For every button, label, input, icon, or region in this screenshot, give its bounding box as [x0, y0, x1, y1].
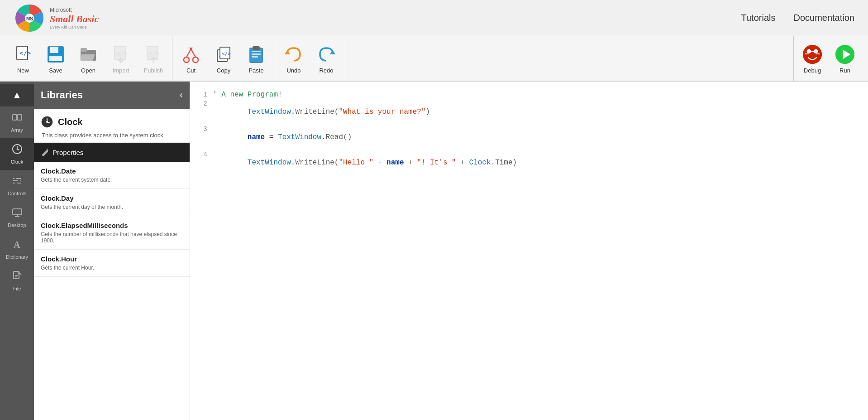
clock-hour-desc: Gets the current Hour.: [41, 265, 183, 271]
svg-marker-26: [285, 50, 290, 54]
clock-name: Clock: [58, 117, 82, 127]
cut-icon: [180, 43, 202, 65]
import-button[interactable]: </> Import: [105, 40, 137, 77]
brand-text: Microsoft Small Basic Every Kid Can Code: [50, 7, 99, 29]
code-content-2: TextWindow.WriteLine("What is your name?…: [213, 100, 430, 124]
cut-button[interactable]: Cut: [175, 40, 207, 77]
libraries-collapse-btn[interactable]: ‹: [180, 89, 183, 101]
svg-point-14: [193, 57, 198, 63]
toolbar-group-undoredo: Undo Redo: [275, 36, 345, 81]
svg-text:</>: </>: [222, 51, 231, 57]
property-item-day[interactable]: Clock.Day Gets the current day of the mo…: [34, 189, 190, 216]
clock-hour-name: Clock.Hour: [41, 255, 183, 263]
redo-button[interactable]: Redo: [310, 40, 343, 77]
open-icon: [77, 43, 99, 65]
line-num-3: 3: [195, 126, 207, 133]
property-item-hour[interactable]: Clock.Hour Gets the current Hour.: [34, 250, 190, 277]
sidebar-icons: ▲ Array Clock: [0, 82, 34, 420]
copy-button[interactable]: </> </> Copy: [207, 40, 240, 77]
save-icon: [45, 43, 67, 65]
svg-rect-46: [18, 180, 20, 182]
properties-header: Properties: [34, 143, 190, 162]
line-num-4: 4: [195, 151, 207, 159]
toolbar-group-clipboard: Cut </> </> Copy: [172, 36, 275, 81]
paste-icon: [245, 43, 267, 65]
debug-button[interactable]: Debug: [796, 40, 829, 77]
main-area: ▲ Array Clock: [0, 82, 868, 420]
publish-button[interactable]: </> Publish: [137, 40, 170, 77]
logo-area: MS Microsoft Small Basic Every Kid Can C…: [14, 2, 99, 34]
sidebar-array-label: Array: [11, 127, 23, 133]
chevron-up-icon: ▲: [12, 89, 22, 101]
redo-icon: [315, 43, 337, 65]
new-button[interactable]: </> New: [7, 40, 39, 77]
svg-rect-45: [14, 178, 16, 179]
line-num-1: 1: [195, 91, 207, 99]
sidebar-item-dictionary[interactable]: A Dictionary: [0, 233, 34, 265]
svg-rect-48: [13, 209, 22, 215]
toolbar-group-run: Debug Run: [793, 36, 863, 81]
toolbar: </> New Save Ope: [0, 36, 868, 82]
code-content-1: ' A new Program!: [213, 91, 282, 99]
tutorials-link[interactable]: Tutorials: [741, 13, 776, 23]
svg-rect-25: [252, 56, 258, 58]
wrench-icon: [41, 148, 49, 156]
debug-icon: [801, 43, 823, 65]
sidebar-item-file[interactable]: File: [0, 265, 34, 297]
sidebar-item-desktop[interactable]: Desktop: [0, 202, 34, 233]
top-nav: MS Microsoft Small Basic Every Kid Can C…: [0, 0, 868, 36]
property-item-date[interactable]: Clock.Date Gets the current system date.: [34, 162, 190, 189]
sidebar-dictionary-label: Dictionary: [6, 254, 28, 260]
svg-rect-23: [252, 51, 261, 52]
property-item-elapsed[interactable]: Clock.ElapsedMilliseconds Gets the numbe…: [34, 216, 190, 250]
documentation-link[interactable]: Documentation: [793, 13, 854, 23]
libraries-panel: Libraries ‹ Clock This class provides ac…: [34, 82, 190, 420]
paste-button[interactable]: Paste: [240, 40, 272, 77]
sidebar-clock-label: Clock: [11, 159, 24, 164]
run-button[interactable]: Run: [829, 40, 861, 77]
svg-rect-21: [250, 48, 262, 63]
toolbar-group-file: </> New Save Ope: [5, 36, 172, 81]
sidebar-item-clock[interactable]: Clock: [0, 138, 34, 170]
sidebar-item-controls[interactable]: Controls: [0, 170, 34, 202]
clock-title-row: Clock: [41, 116, 183, 128]
clock-elapsed-name: Clock.ElapsedMilliseconds: [41, 222, 183, 229]
svg-rect-6: [49, 56, 62, 61]
code-editor[interactable]: 1 ' A new Program! 2 TextWindow.WriteLin…: [190, 82, 868, 420]
code-line-2: 2 TextWindow.WriteLine("What is your nam…: [195, 100, 859, 124]
svg-text:A: A: [14, 240, 20, 250]
new-icon: </>: [12, 43, 34, 65]
svg-text:MS: MS: [26, 16, 33, 21]
clock-section-header: Clock This class provides access to the …: [34, 109, 190, 143]
svg-rect-22: [253, 46, 260, 50]
clock-day-desc: Gets the current day of the month.: [41, 204, 183, 210]
svg-line-16: [191, 49, 196, 57]
svg-rect-36: [13, 115, 17, 120]
open-button[interactable]: Open: [72, 40, 105, 77]
sidebar-item-array[interactable]: Array: [0, 106, 34, 138]
svg-point-41: [16, 149, 18, 150]
libraries-title: Libraries: [41, 89, 83, 101]
svg-rect-5: [50, 47, 58, 53]
code-line-4: 4 TextWindow.WriteLine("Hello " + name +…: [195, 150, 859, 175]
clock-day-name: Clock.Day: [41, 194, 183, 202]
undo-button[interactable]: Undo: [277, 40, 310, 77]
sidebar-collapse-btn[interactable]: ▲: [0, 84, 34, 106]
svg-text:</>: </>: [149, 50, 160, 57]
copy-icon: </> </>: [213, 43, 234, 65]
svg-rect-37: [18, 115, 22, 120]
clock-date-name: Clock.Date: [41, 167, 183, 175]
svg-marker-27: [330, 50, 335, 54]
clock-description: This class provides access to the system…: [41, 132, 183, 139]
clock-date-desc: Gets the current system date.: [41, 177, 183, 183]
libraries-content[interactable]: Clock This class provides access to the …: [34, 109, 190, 420]
sidebar-desktop-label: Desktop: [8, 222, 26, 228]
svg-rect-24: [252, 53, 261, 55]
properties-label: Properties: [52, 149, 83, 156]
svg-text:</>: </>: [19, 49, 31, 57]
clock-icon: [41, 116, 53, 128]
save-button[interactable]: Save: [39, 40, 72, 77]
libraries-header: Libraries ‹: [34, 82, 190, 109]
undo-icon: [283, 43, 305, 65]
nav-links: Tutorials Documentation: [741, 13, 854, 23]
